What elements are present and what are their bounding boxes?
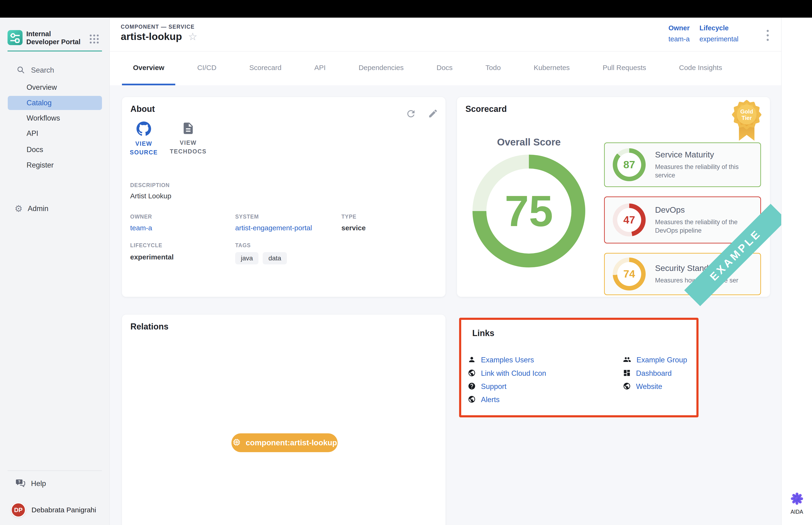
edit-icon[interactable] — [427, 108, 439, 120]
tags-list: java data — [235, 252, 287, 265]
about-title: About — [131, 104, 155, 114]
globe-icon — [623, 382, 631, 391]
aida-widget[interactable]: AIDA — [781, 492, 812, 515]
brand-title: Internal Developer Portal — [26, 30, 83, 46]
type-field-label: TYPE — [341, 214, 356, 220]
main-region: COMPONENT — SERVICE artist-lookup ☆ Owne… — [110, 18, 781, 525]
link-support[interactable]: Support — [468, 382, 507, 391]
dashboard-icon — [623, 369, 631, 378]
tags-field-label: TAGS — [235, 242, 251, 249]
entity-tabs: Overview CI/CD Scorecard API Dependencie… — [110, 51, 781, 85]
user-icon — [468, 356, 476, 364]
tile-desc: Measures the reliability of the DevOps p… — [655, 218, 754, 235]
overall-score-donut: 75 — [473, 155, 585, 267]
github-icon — [137, 133, 151, 137]
search-input[interactable]: Search — [0, 63, 109, 77]
system-field-value[interactable]: artist-engagement-portal — [235, 224, 312, 232]
tab-dependencies[interactable]: Dependencies — [348, 51, 415, 85]
tab-todo[interactable]: Todo — [474, 51, 512, 85]
tile-desc: Measures the reliability of this service — [655, 163, 754, 180]
link-dashboard[interactable]: Dashboard — [623, 369, 672, 378]
top-black-bar — [0, 0, 812, 18]
gear-icon: ⚙ — [15, 204, 22, 213]
question-icon — [468, 382, 476, 391]
search-icon — [16, 65, 25, 75]
svg-text:Tier: Tier — [741, 115, 752, 121]
owner-value-link[interactable]: team-a — [669, 35, 690, 43]
sidebar-item-help[interactable]: ? Help — [0, 477, 109, 491]
brand-divider — [7, 50, 102, 51]
link-examples-users[interactable]: Examples Users — [468, 356, 534, 364]
about-card: About VIEW SOURCE VIEW TECHDOCS DESCRIPT… — [122, 97, 445, 297]
aida-flower-icon — [791, 492, 803, 506]
favorite-star-icon[interactable]: ☆ — [188, 31, 197, 42]
tab-overview[interactable]: Overview — [122, 51, 175, 85]
content-area: About VIEW SOURCE VIEW TECHDOCS DESCRIPT… — [110, 85, 781, 525]
lifecycle-field-label: LIFECYCLE — [130, 242, 162, 249]
tile-title: Service Maturity — [655, 150, 754, 159]
score-tile-service-maturity[interactable]: 87 Service Maturity Measures the reliabi… — [604, 142, 761, 187]
help-icon: ? — [16, 478, 25, 489]
owner-label: Owner — [669, 24, 690, 32]
lifecycle-field-value: experimental — [130, 253, 174, 261]
relations-card: Relations component:artist-lookup — [122, 315, 445, 525]
user-menu[interactable]: DP Debabrata Panigrahi — [0, 499, 109, 521]
kebab-menu-icon[interactable] — [765, 28, 771, 43]
link-alerts[interactable]: Alerts — [468, 395, 500, 404]
owner-field-label: OWNER — [130, 214, 152, 220]
sidebar-item-admin[interactable]: ⚙ Admin — [0, 201, 109, 216]
links-card-highlighted: Links Examples Users Link with Cloud Ico… — [459, 318, 699, 417]
search-label: Search — [31, 66, 54, 75]
tab-kubernetes[interactable]: Kubernetes — [523, 51, 581, 85]
sidebar-item-workflows[interactable]: Workflows — [0, 111, 109, 125]
refresh-icon[interactable] — [405, 108, 417, 120]
overall-score-label: Overall Score — [473, 137, 585, 148]
description-value: Artist Lookup — [130, 192, 171, 200]
tab-docs[interactable]: Docs — [426, 51, 463, 85]
sidebar-item-overview[interactable]: Overview — [0, 80, 109, 94]
tab-code-insights[interactable]: Code Insights — [668, 51, 733, 85]
relations-title: Relations — [131, 322, 168, 332]
tab-scorecard[interactable]: Scorecard — [238, 51, 292, 85]
scorecard-title: Scorecard — [465, 104, 507, 114]
sidebar-item-register[interactable]: Register — [0, 158, 109, 172]
owner-field-value[interactable]: team-a — [130, 224, 152, 232]
tab-pull-requests[interactable]: Pull Requests — [592, 51, 657, 85]
avatar: DP — [11, 502, 26, 518]
svg-text:Gold: Gold — [740, 108, 753, 115]
link-example-group[interactable]: Example Group — [623, 356, 687, 364]
service-maturity-donut: 87 — [613, 148, 646, 181]
sidebar-item-catalog[interactable]: Catalog — [8, 96, 102, 110]
owner-stat: Owner team-a — [669, 24, 690, 43]
globe-icon — [468, 369, 476, 378]
brand-row: Internal Developer Portal — [0, 18, 110, 50]
tag-chip[interactable]: data — [263, 252, 287, 265]
lifecycle-stat: Lifecycle experimental — [700, 24, 738, 43]
lifecycle-value: experimental — [700, 35, 738, 43]
tab-cicd[interactable]: CI/CD — [186, 51, 227, 85]
score-tile-devops[interactable]: 47 DevOps Measures the reliability of th… — [604, 196, 761, 243]
links-title: Links — [472, 328, 494, 338]
apps-grid-icon[interactable] — [90, 34, 99, 44]
group-icon — [623, 356, 631, 364]
view-techdocs-button[interactable]: VIEW TECHDOCS — [167, 121, 209, 156]
sidebar-item-docs[interactable]: Docs — [0, 142, 109, 157]
tag-chip[interactable]: java — [235, 252, 258, 265]
breadcrumb: COMPONENT — SERVICE — [121, 24, 195, 30]
globe-icon — [468, 395, 476, 404]
gold-tier-badge: Gold Tier — [729, 98, 764, 144]
link-website[interactable]: Website — [623, 382, 662, 391]
view-source-button[interactable]: VIEW SOURCE — [124, 121, 164, 157]
link-link-with-cloud-icon[interactable]: Link with Cloud Icon — [468, 369, 546, 378]
entity-header: COMPONENT — SERVICE artist-lookup ☆ Owne… — [110, 18, 781, 51]
portal-logo-icon — [7, 30, 22, 45]
system-field-label: SYSTEM — [235, 214, 259, 220]
overall-score-value: 75 — [505, 186, 553, 236]
tab-api[interactable]: API — [303, 51, 337, 85]
right-gutter: AIDA — [781, 18, 812, 525]
description-label: DESCRIPTION — [130, 182, 170, 189]
tile-title: DevOps — [655, 205, 754, 214]
page-title: artist-lookup — [121, 31, 182, 42]
relation-node-component[interactable]: component:artist-lookup — [231, 433, 338, 452]
sidebar-item-api[interactable]: API — [0, 126, 109, 140]
